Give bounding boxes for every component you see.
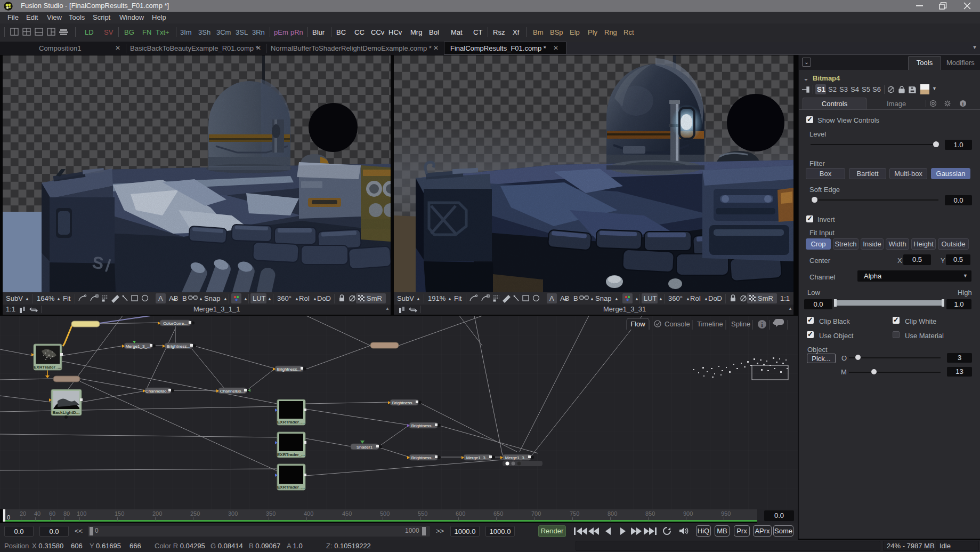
svg-text:ChannelBo...: ChannelBo... — [220, 389, 245, 394]
svg-text:EXRTrader_...: EXRTrader_... — [277, 452, 305, 457]
svg-text:Brightness...: Brightness... — [411, 423, 435, 428]
svg-text:EXRTrader_...: EXRTrader_... — [277, 485, 305, 490]
svg-text:i: i — [962, 101, 964, 107]
svg-text:BackLightD...: BackLightD... — [52, 410, 79, 415]
svg-text:Brightness...: Brightness... — [392, 401, 416, 405]
svg-text:ChannelBo...: ChannelBo... — [145, 389, 170, 394]
svg-text:Console: Console — [665, 320, 690, 328]
svg-text:EXRTrader_...: EXRTrader_... — [277, 420, 305, 425]
svg-text:ColorCorre...: ColorCorre... — [163, 321, 188, 326]
svg-text:Timeline: Timeline — [697, 320, 723, 328]
svg-text:Shader1: Shader1 — [357, 445, 373, 450]
svg-text:Brightness...: Brightness... — [167, 344, 190, 349]
svg-text:Flow: Flow — [630, 320, 645, 328]
svg-text:Merge1_3_...: Merge1_3_... — [125, 344, 150, 349]
svg-text:Brightness...: Brightness... — [277, 367, 301, 372]
svg-text:Brightness...: Brightness... — [411, 455, 435, 460]
svg-text:Merge1_3...: Merge1_3... — [505, 455, 528, 460]
svg-text:Spline: Spline — [731, 320, 750, 328]
svg-text:Merge1_3...: Merge1_3... — [466, 455, 489, 460]
svg-text:EXRTrader_...: EXRTrader_... — [34, 365, 61, 370]
